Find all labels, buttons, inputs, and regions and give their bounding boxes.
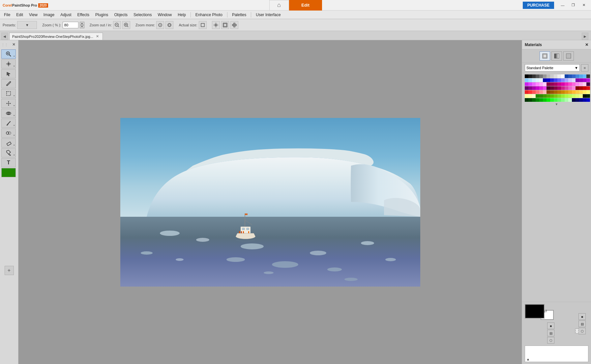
color-cell[interactable] bbox=[583, 98, 586, 102]
color-cell[interactable] bbox=[554, 90, 557, 94]
tool-eyedropper[interactable] bbox=[1, 79, 16, 88]
tool-move[interactable]: ▾ bbox=[1, 99, 16, 108]
tool-redeye[interactable]: ▾ bbox=[1, 109, 16, 118]
menu-effects[interactable]: Effects bbox=[75, 12, 92, 18]
color-cell[interactable] bbox=[525, 82, 528, 86]
color-cell[interactable] bbox=[550, 94, 554, 98]
color-cell[interactable] bbox=[586, 78, 590, 82]
menu-file[interactable]: File bbox=[1, 12, 13, 18]
color-cell[interactable] bbox=[539, 82, 543, 86]
tool-add-btn[interactable]: + bbox=[5, 266, 14, 275]
color-cell[interactable] bbox=[539, 90, 543, 94]
tool-picker[interactable] bbox=[1, 69, 16, 78]
color-cell[interactable] bbox=[572, 78, 576, 82]
color-cell[interactable] bbox=[572, 94, 576, 98]
color-cell[interactable] bbox=[576, 74, 579, 78]
color-cell[interactable] bbox=[547, 90, 550, 94]
color-cell[interactable] bbox=[583, 90, 586, 94]
color-white[interactable] bbox=[561, 74, 565, 78]
menu-adjust[interactable]: Adjust bbox=[58, 12, 74, 18]
zoom-fit-btn[interactable] bbox=[156, 21, 164, 29]
color-cell[interactable] bbox=[583, 86, 586, 90]
color-cell[interactable] bbox=[547, 74, 550, 78]
tool-brush[interactable]: ▾ bbox=[1, 119, 16, 128]
color-cell[interactable] bbox=[550, 82, 554, 86]
color-cell[interactable] bbox=[525, 98, 528, 102]
color-cell[interactable] bbox=[586, 94, 590, 98]
color-cell[interactable] bbox=[576, 78, 579, 82]
color-cell[interactable] bbox=[576, 82, 579, 86]
tab-nav-left[interactable]: ◀ bbox=[1, 33, 8, 40]
color-cell[interactable] bbox=[536, 78, 539, 82]
color-cell[interactable] bbox=[583, 94, 586, 98]
color-cell[interactable] bbox=[539, 74, 543, 78]
zoom-input[interactable] bbox=[63, 22, 78, 28]
bg-solid-btn[interactable]: ■ bbox=[578, 313, 586, 320]
color-cell[interactable] bbox=[586, 82, 590, 86]
color-cell[interactable] bbox=[528, 82, 532, 86]
bg-pattern-btn[interactable]: ⬡ bbox=[578, 328, 586, 334]
color-cell[interactable] bbox=[528, 74, 532, 78]
color-cell[interactable] bbox=[547, 82, 550, 86]
pan-tool-btn[interactable] bbox=[212, 21, 220, 29]
center-btn[interactable] bbox=[230, 21, 238, 29]
mat-tab-pattern[interactable] bbox=[563, 51, 574, 61]
color-cell[interactable] bbox=[561, 98, 565, 102]
palette-dropdown[interactable]: Standard Palette ▼ bbox=[525, 64, 580, 71]
color-cell[interactable] bbox=[532, 78, 536, 82]
menu-image[interactable]: Image bbox=[41, 12, 57, 18]
minimize-button[interactable]: — bbox=[558, 2, 567, 9]
fg-solid-btn[interactable]: ■ bbox=[547, 322, 554, 329]
color-cell[interactable] bbox=[543, 82, 547, 86]
fit-window-btn[interactable] bbox=[221, 21, 229, 29]
palette-settings-btn[interactable]: ≡ bbox=[581, 64, 588, 71]
tab-close-btn[interactable]: ✕ bbox=[95, 34, 100, 39]
color-cell[interactable] bbox=[586, 74, 590, 78]
menu-plugins[interactable]: Plugins bbox=[93, 12, 111, 18]
color-cell[interactable] bbox=[528, 78, 532, 82]
menu-selections[interactable]: Selections bbox=[131, 12, 154, 18]
color-cell[interactable] bbox=[539, 94, 543, 98]
color-cell[interactable] bbox=[543, 78, 547, 82]
color-cell[interactable] bbox=[565, 86, 568, 90]
mat-tab-color[interactable] bbox=[540, 51, 550, 61]
color-cell[interactable] bbox=[565, 98, 568, 102]
color-cell[interactable] bbox=[568, 90, 572, 94]
color-cell[interactable] bbox=[554, 94, 557, 98]
zoom-out-btn[interactable] bbox=[113, 21, 121, 29]
color-cell[interactable] bbox=[557, 94, 561, 98]
color-cell[interactable] bbox=[536, 94, 539, 98]
color-cell[interactable] bbox=[536, 98, 539, 102]
tool-clone[interactable]: ▾ bbox=[1, 128, 16, 138]
color-cell[interactable] bbox=[528, 98, 532, 102]
zoom-actual-btn[interactable] bbox=[165, 21, 173, 29]
color-cell[interactable] bbox=[561, 94, 565, 98]
color-cell[interactable] bbox=[565, 78, 568, 82]
tool-selection[interactable]: ▾ bbox=[1, 89, 16, 98]
color-cell[interactable] bbox=[550, 74, 554, 78]
color-cell[interactable] bbox=[565, 94, 568, 98]
color-cell[interactable] bbox=[557, 78, 561, 82]
color-cell[interactable] bbox=[554, 86, 557, 90]
color-cell[interactable] bbox=[543, 98, 547, 102]
color-cell[interactable] bbox=[579, 90, 583, 94]
color-cell[interactable] bbox=[561, 82, 565, 86]
color-cell[interactable] bbox=[532, 98, 536, 102]
tool-text[interactable]: T bbox=[1, 158, 16, 167]
zoom-in-btn[interactable] bbox=[122, 21, 130, 29]
tool-color-swatch[interactable] bbox=[1, 168, 16, 177]
tool-eraser[interactable]: ▾ bbox=[1, 138, 16, 148]
swap-colors-btn[interactable]: ⇄ bbox=[544, 309, 547, 313]
menu-palettes[interactable]: Palettes bbox=[229, 12, 249, 18]
image-tab[interactable]: PaintShopPro2020Review-OneStepPhotoFix.j… bbox=[9, 33, 103, 40]
color-cell[interactable] bbox=[539, 78, 543, 82]
color-cell[interactable] bbox=[576, 98, 579, 102]
color-cell[interactable] bbox=[532, 90, 536, 94]
color-cell[interactable] bbox=[576, 86, 579, 90]
purchase-button[interactable]: PURCHASE bbox=[523, 2, 554, 9]
menu-enhance-photo[interactable]: Enhance Photo bbox=[193, 12, 225, 18]
color-cell[interactable] bbox=[532, 82, 536, 86]
bg-color-preview[interactable]: ▲ bbox=[525, 346, 588, 362]
color-cell[interactable] bbox=[557, 86, 561, 90]
color-cell[interactable] bbox=[579, 78, 583, 82]
